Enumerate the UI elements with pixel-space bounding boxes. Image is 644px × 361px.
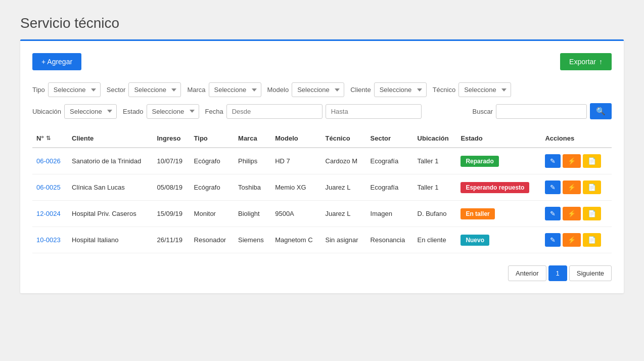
cell-marca: Toshiba [234,174,271,201]
tipo-select[interactable]: Seleccione [48,82,101,97]
status-badge: Esperando repuesto [461,182,529,193]
cell-tecnico: Juarez L [321,201,366,227]
page-title: Servicio técnico [20,15,624,31]
action-buttons: ✎ ⚡ 📄 [545,207,608,220]
cell-sector: Ecografía [366,174,413,201]
bolt-button[interactable]: ⚡ [563,233,581,247]
sector-label: Sector [107,86,126,94]
edit-button[interactable]: ✎ [545,180,561,194]
edit-button[interactable]: ✎ [545,207,561,220]
cell-ubicacion: En cliente [413,227,457,253]
cell-numero: 12-0024 [32,201,68,227]
col-ubicacion: Ubicación [413,129,457,148]
cell-cliente: Hospital Priv. Caseros [68,201,153,227]
cell-ubicacion: Taller 1 [413,148,457,174]
cell-marca: Biolight [234,201,271,227]
edit-button[interactable]: ✎ [545,154,561,168]
cell-ingreso: 10/07/19 [153,148,190,174]
table-wrapper: N° ⇅ Cliente Ingreso Tipo Marca Modelo T… [32,129,612,253]
cell-estado: Nuevo [456,227,541,253]
buscar-label: Buscar [473,108,493,115]
filter-tipo: Tipo Seleccione [32,82,101,97]
bolt-button[interactable]: ⚡ [563,207,581,220]
cell-ubicacion: D. Bufano [413,201,457,227]
cell-tipo: Ecógrafo [190,174,234,201]
table-row: 06-0025 Clínica San Lucas 05/08/19 Ecógr… [32,174,612,201]
cell-modelo: 9500A [271,201,321,227]
cell-sector: Ecografía [366,148,413,174]
cell-numero: 10-0023 [32,227,68,253]
search-button[interactable]: 🔍 [590,103,612,119]
doc-button[interactable]: 📄 [583,207,601,220]
col-ingreso: Ingreso [153,129,190,148]
marca-label: Marca [187,86,205,94]
bolt-button[interactable]: ⚡ [563,180,581,194]
col-tipo: Tipo [190,129,234,148]
cell-numero: 06-0025 [32,174,68,201]
filters-row-2: Ubicación Seleccione Estado Seleccione F… [32,103,612,119]
tecnico-select[interactable]: Seleccione [458,82,511,97]
filter-sector: Sector Seleccione [107,82,181,97]
cell-ubicacion: Taller 1 [413,174,457,201]
cell-cliente: Hospital Italiano [68,227,153,253]
cell-acciones: ✎ ⚡ 📄 [541,148,612,174]
numero-link[interactable]: 06-0025 [36,184,61,191]
export-button[interactable]: Exportar ↑ [560,53,612,70]
tipo-label: Tipo [32,86,45,94]
fecha-label: Fecha [205,108,223,115]
action-buttons: ✎ ⚡ 📄 [545,180,608,194]
cell-ingreso: 26/11/19 [153,227,190,253]
cell-modelo: Memio XG [271,174,321,201]
cell-cliente: Sanatorio de la Trinidad [68,148,153,174]
next-page-button[interactable]: Siguiente [569,265,612,281]
col-estado: Estado [456,129,541,148]
numero-link[interactable]: 12-0024 [36,210,61,217]
status-badge: Nuevo [461,235,489,246]
status-badge: Reparado [461,156,498,167]
cell-sector: Resonancia [366,227,413,253]
col-numero: N° ⇅ [32,129,68,148]
search-icon: 🔍 [596,107,606,115]
table-row: 06-0026 Sanatorio de la Trinidad 10/07/1… [32,148,612,174]
marca-select[interactable]: Seleccione [209,82,261,97]
doc-button[interactable]: 📄 [583,233,601,247]
cell-tecnico: Sin asignar [321,227,366,253]
page-1-button[interactable]: 1 [548,265,567,281]
fecha-hasta-input[interactable] [326,104,422,119]
cell-numero: 06-0026 [32,148,68,174]
toolbar: + Agregar Exportar ↑ [32,53,612,70]
fecha-desde-input[interactable] [226,104,323,119]
col-cliente: Cliente [68,129,153,148]
col-sector: Sector [366,129,413,148]
numero-link[interactable]: 06-0026 [36,157,61,165]
doc-button[interactable]: 📄 [583,180,601,194]
cliente-label: Cliente [350,86,371,94]
numero-link[interactable]: 10-0023 [36,236,61,244]
main-card: + Agregar Exportar ↑ Tipo Seleccione Sec… [20,39,624,293]
cell-acciones: ✎ ⚡ 📄 [541,174,612,201]
doc-button[interactable]: 📄 [583,154,601,168]
sort-icon[interactable]: ⇅ [46,135,51,142]
add-button[interactable]: + Agregar [32,53,81,70]
prev-page-button[interactable]: Anterior [508,265,546,281]
cell-modelo: Magnetom C [271,227,321,253]
edit-button[interactable]: ✎ [545,233,561,247]
action-buttons: ✎ ⚡ 📄 [545,233,608,247]
table-row: 12-0024 Hospital Priv. Caseros 15/09/19 … [32,201,612,227]
filters-row-1: Tipo Seleccione Sector Seleccione Marca … [32,82,612,97]
col-modelo: Modelo [271,129,321,148]
bolt-button[interactable]: ⚡ [563,154,581,168]
cell-marca: Siemens [234,227,271,253]
ubicacion-select[interactable]: Seleccione [64,104,117,119]
sector-select[interactable]: Seleccione [128,82,181,97]
modelo-select[interactable]: Seleccione [292,82,344,97]
cell-sector: Imagen [366,201,413,227]
estado-select[interactable]: Seleccione [147,104,199,119]
pagination: Anterior 1 Siguiente [32,265,612,281]
status-badge: En taller [461,208,494,219]
search-input[interactable] [496,104,587,119]
cell-cliente: Clínica San Lucas [68,174,153,201]
cliente-select[interactable]: Seleccione [374,82,427,97]
cell-acciones: ✎ ⚡ 📄 [541,227,612,253]
tecnico-label: Técnico [433,86,456,94]
